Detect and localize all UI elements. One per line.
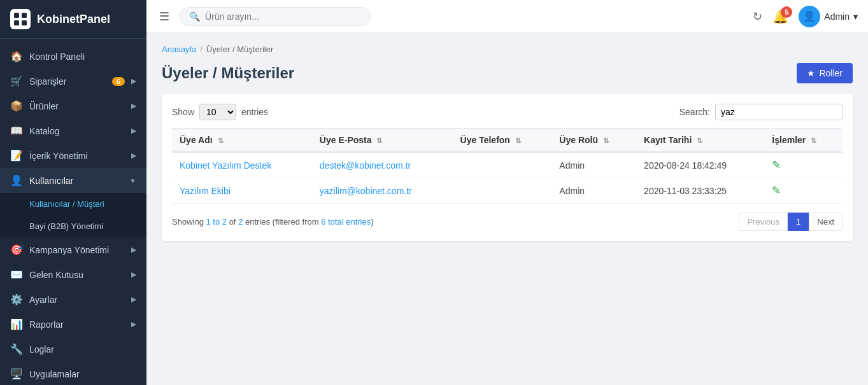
star-icon: ★ [807,68,815,78]
hamburger-button[interactable]: ☰ [157,7,172,26]
col-uye-eposta[interactable]: Üye E-Posta ⇅ [312,129,453,153]
breadcrumb-home[interactable]: Anasayfa [162,45,196,54]
next-button[interactable]: Next [809,213,843,231]
kullanicilar-submenu: Kullanıcılar / Müşteri Bayi (B2B) Yöneti… [0,193,146,237]
entries-select[interactable]: 10 25 50 100 [199,104,236,120]
cell-kayit-tarihi: 2020-11-03 23:33:25 [636,178,764,204]
gear-icon: ⚙️ [10,293,23,305]
col-islemler: İşlemler ⇅ [764,129,843,153]
chevron-icon: ▶ [131,102,136,110]
search-input[interactable] [205,11,345,22]
edit-button[interactable]: ✎ [772,184,781,197]
sidebar-item-label: Kullanıcılar [29,176,123,186]
col-uye-rolu[interactable]: Üye Rolü ⇅ [551,129,636,153]
roller-btn-label: Roller [819,68,843,78]
sidebar-item-kullanicilar-musteri[interactable]: Kullanıcılar / Müşteri [0,193,146,215]
sidebar-item-gelen-kutusu[interactable]: ✉️ Gelen Kutusu ▶ [0,262,146,287]
cell-uye-adi: Kobinet Yazılım Destek [172,152,312,178]
user-icon: 👤 [10,174,23,186]
notification-button[interactable]: 🔔 5 [772,9,788,24]
topbar: ☰ 🔍 ↻ 🔔 5 👤 Admin ▾ [146,0,868,33]
log-icon: 🔧 [10,343,23,355]
cell-uye-eposta: yazilim@kobinet.com.tr [312,178,453,204]
content-icon: 📝 [10,150,23,162]
chevron-down-icon: ▼ [129,177,136,185]
svg-rect-1 [22,13,27,18]
sidebar-item-bayi-yonetimi[interactable]: Bayi (B2B) Yönetimi [0,215,146,237]
pagination: Previous 1 Next [739,213,843,231]
table-header-row: Üye Adı ⇅ Üye E-Posta ⇅ Üye Telefon ⇅ Üy… [172,129,843,153]
roller-button[interactable]: ★ Roller [797,63,853,83]
col-uye-telefon[interactable]: Üye Telefon ⇅ [453,129,552,153]
sidebar-item-urunler[interactable]: 📦 Ürünler ▶ [0,94,146,118]
uye-eposta-link[interactable]: yazilim@kobinet.com.tr [320,186,412,196]
sidebar-item-kullanicilar[interactable]: 👤 Kullanıcılar ▼ [0,168,146,193]
home-icon: 🏠 [10,50,23,62]
brand-name: KobinetPanel [37,13,110,26]
sidebar-submenu-label: Kullanıcılar / Müşteri [29,199,136,209]
chevron-icon: ▶ [131,270,136,279]
sidebar-submenu-label: Bayi (B2B) Yönetimi [29,221,136,231]
page-title: Üyeler / Müşteriler [162,64,294,82]
page-1-button[interactable]: 1 [788,213,809,231]
table-card: Show 10 25 50 100 entries Search: [162,94,853,241]
breadcrumb-current: Üyeler / Müşteriler [206,45,273,54]
campaign-icon: 🎯 [10,244,23,256]
sidebar-menu: 🏠 Kontrol Paneli 🛒 Siparişler 6 ▶ 📦 Ürün… [0,39,146,385]
sidebar-item-uygulamalar[interactable]: 🖥️ Uygulamalar [0,361,146,385]
table-body: Kobinet Yazılım Destek destek@kobinet.co… [172,152,843,204]
sidebar-item-ayarlar[interactable]: ⚙️ Ayarlar ▶ [0,287,146,312]
sort-icon: ⇅ [376,137,382,144]
sidebar-item-siparisler[interactable]: 🛒 Siparişler 6 ▶ [0,69,146,94]
sidebar: KobinetPanel 🏠 Kontrol Paneli 🛒 Siparişl… [0,0,146,385]
table-controls: Show 10 25 50 100 entries Search: [172,104,843,120]
chevron-icon: ▶ [131,246,136,254]
siparisler-badge: 6 [112,77,125,86]
table-search-input[interactable] [715,104,843,120]
show-entries: Show 10 25 50 100 entries [172,104,268,120]
refresh-button[interactable]: ↻ [753,10,762,24]
sidebar-item-label: Raporlar [29,319,125,330]
search-label: Search: [679,107,710,117]
cell-uye-rolu: Admin [551,178,636,204]
sidebar-item-icerik-yonetimi[interactable]: 📝 İçerik Yönetimi ▶ [0,143,146,168]
chevron-icon: ▶ [131,77,136,85]
sidebar-item-loglar[interactable]: 🔧 Loglar [0,337,146,361]
sidebar-item-kontrol-paneli[interactable]: 🏠 Kontrol Paneli [0,44,146,69]
admin-menu-button[interactable]: 👤 Admin ▾ [799,6,858,27]
chevron-icon: ▶ [131,127,136,135]
cell-uye-eposta: destek@kobinet.com.tr [312,152,453,178]
page-header: Üyeler / Müşteriler ★ Roller [162,63,853,83]
previous-button[interactable]: Previous [739,213,788,231]
sidebar-item-katalog[interactable]: 📖 Katalog ▶ [0,118,146,143]
svg-rect-0 [14,13,19,18]
svg-rect-3 [22,20,27,25]
uye-adi-link[interactable]: Yazılım Ekibi [180,186,231,196]
users-table: Üye Adı ⇅ Üye E-Posta ⇅ Üye Telefon ⇅ Üy… [172,128,843,204]
uye-adi-link[interactable]: Kobinet Yazılım Destek [180,160,271,171]
col-uye-adi[interactable]: Üye Adı ⇅ [172,129,312,153]
cell-islemler: ✎ [764,178,843,204]
admin-label: Admin [824,11,850,22]
search-control: Search: [679,104,843,120]
sidebar-item-label: Katalog [29,126,125,136]
sidebar-item-raporlar[interactable]: 📊 Raporlar ▶ [0,312,146,337]
edit-button[interactable]: ✎ [772,158,781,172]
sort-icon: ⇅ [811,137,816,144]
chart-icon: 📊 [10,318,23,330]
cart-icon: 🛒 [10,75,23,87]
uye-eposta-link[interactable]: destek@kobinet.com.tr [320,160,411,171]
search-icon: 🔍 [189,11,200,22]
sidebar-item-label: Uygulamalar [29,369,136,379]
cell-uye-adi: Yazılım Ekibi [172,178,312,204]
mail-icon: ✉️ [10,269,23,281]
col-kayit-tarihi[interactable]: Kayıt Tarihi ⇅ [636,129,764,153]
entries-label: entries [241,107,268,117]
sidebar-item-kampanya-yonetimi[interactable]: 🎯 Kampanya Yönetimi ▶ [0,237,146,262]
content-area: Anasayfa / Üyeler / Müşteriler Üyeler / … [146,33,868,385]
sidebar-item-label: Siparişler [29,76,106,87]
breadcrumb: Anasayfa / Üyeler / Müşteriler [162,45,853,54]
cell-islemler: ✎ [764,152,843,178]
sidebar-item-label: Loglar [29,344,136,354]
sidebar-item-label: Gelen Kutusu [29,270,125,280]
